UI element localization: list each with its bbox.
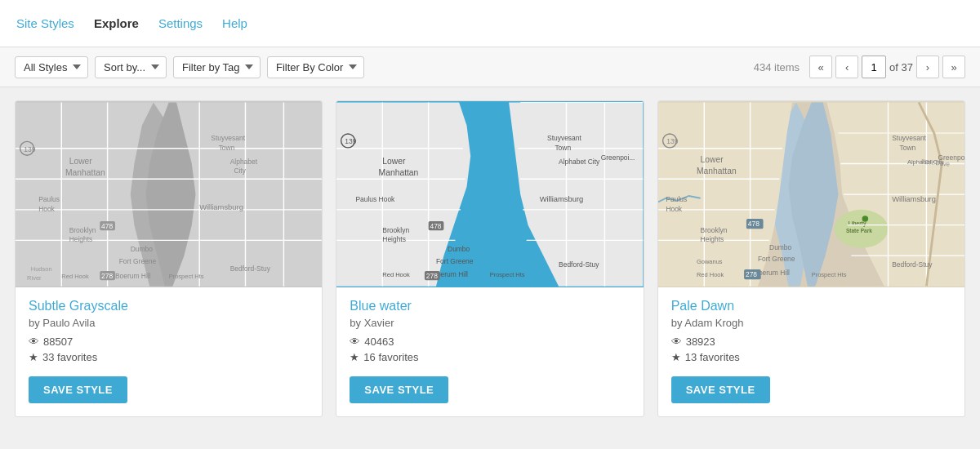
svg-text:Manhattan: Manhattan xyxy=(697,167,737,176)
svg-text:Stuyvesant: Stuyvesant xyxy=(892,134,926,142)
svg-text:Fort Greene: Fort Greene xyxy=(119,257,157,265)
nav-site-styles[interactable]: Site Styles xyxy=(16,16,74,30)
page-of-label: of 37 xyxy=(889,61,913,73)
card-2-title[interactable]: Blue water xyxy=(350,299,630,313)
svg-text:Red Hook: Red Hook xyxy=(697,271,724,278)
svg-text:Brooklyn: Brooklyn xyxy=(700,226,727,234)
svg-text:Bedford-Stuy: Bedford-Stuy xyxy=(559,260,599,269)
svg-text:Lower: Lower xyxy=(383,157,407,166)
card-2-info: Blue water by Xavier 👁 40463 ★ 16 favori… xyxy=(336,287,643,416)
prev-prev-button[interactable]: « xyxy=(809,56,832,78)
card-3-favorites: ★ 13 favorites xyxy=(671,351,951,363)
svg-text:Stuyvesant: Stuyvesant xyxy=(211,134,245,142)
svg-text:Town: Town xyxy=(555,144,572,152)
map-pale: Liberty State Park FDR xyxy=(658,101,964,287)
star-icon-3: ★ xyxy=(671,351,681,363)
save-style-button-1[interactable]: SAVE STYLE xyxy=(29,376,127,403)
card-2: Lower Manhattan Williamsburg Brooklyn He… xyxy=(336,100,644,417)
card-1-views: 👁 88507 xyxy=(29,336,309,348)
svg-text:Lower: Lower xyxy=(69,157,93,166)
svg-text:Hook: Hook xyxy=(666,205,682,213)
card-3-views: 👁 38923 xyxy=(671,336,951,348)
svg-text:Fort Greene: Fort Greene xyxy=(758,255,795,263)
card-1-favorites: ★ 33 favorites xyxy=(29,351,309,363)
svg-text:Alphabet: Alphabet xyxy=(230,158,258,166)
svg-text:Bedford-Stuy: Bedford-Stuy xyxy=(230,265,271,273)
card-3-author: by Adam Krogh xyxy=(671,317,951,329)
svg-text:Red Hook: Red Hook xyxy=(383,271,411,278)
nav-explore[interactable]: Explore xyxy=(94,16,139,30)
filter-tag-select[interactable]: Filter by Tag xyxy=(173,56,261,78)
svg-text:Dumbo: Dumbo xyxy=(769,243,792,251)
card-2-author: by Xavier xyxy=(350,317,630,329)
svg-text:Alphabet City: Alphabet City xyxy=(907,158,944,166)
svg-text:Paulus Hook: Paulus Hook xyxy=(356,195,396,203)
card-1-title[interactable]: Subtle Grayscale xyxy=(29,299,309,313)
filter-color-select[interactable]: Filter By Color xyxy=(267,56,364,78)
card-1-info: Subtle Grayscale by Paulo Avila 👁 88507 … xyxy=(16,287,322,416)
card-1-author: by Paulo Avila xyxy=(29,317,309,329)
svg-text:478: 478 xyxy=(747,220,759,229)
svg-text:278: 278 xyxy=(101,272,113,280)
card-3-title[interactable]: Pale Dawn xyxy=(671,299,951,313)
svg-text:Greenpoi...: Greenpoi... xyxy=(601,153,635,162)
svg-text:Paulus: Paulus xyxy=(666,195,687,203)
all-styles-select[interactable]: All Styles xyxy=(15,56,88,78)
svg-text:State Park: State Park xyxy=(846,228,872,233)
svg-text:Heights: Heights xyxy=(383,235,407,243)
svg-text:Manhattan: Manhattan xyxy=(379,168,419,177)
svg-text:Williamsburg: Williamsburg xyxy=(892,195,936,203)
items-count: 434 items xyxy=(754,61,800,73)
nav-settings[interactable]: Settings xyxy=(158,16,203,30)
page-number-input[interactable] xyxy=(862,56,886,78)
svg-text:Brooklyn: Brooklyn xyxy=(69,226,96,234)
map-blue: Lower Manhattan Williamsburg Brooklyn He… xyxy=(336,101,643,287)
svg-text:Boerum Hill: Boerum Hill xyxy=(115,272,151,280)
next-button[interactable]: › xyxy=(916,56,939,78)
star-icon: ★ xyxy=(29,351,38,363)
pagination: 434 items « ‹ of 37 › » xyxy=(754,56,965,78)
svg-text:Bedford-Stuy: Bedford-Stuy xyxy=(892,260,933,269)
nav-help[interactable]: Help xyxy=(222,16,247,30)
star-icon-2: ★ xyxy=(350,351,359,363)
eye-icon-2: 👁 xyxy=(350,336,360,348)
svg-text:278: 278 xyxy=(426,272,438,280)
svg-text:Manhattan: Manhattan xyxy=(65,168,105,177)
svg-text:Dumbo: Dumbo xyxy=(131,245,154,253)
save-style-button-2[interactable]: SAVE STYLE xyxy=(350,376,448,403)
svg-text:Hook: Hook xyxy=(38,205,55,213)
svg-text:Hudson: Hudson xyxy=(31,265,52,273)
svg-text:Lower: Lower xyxy=(700,155,724,164)
prev-button[interactable]: ‹ xyxy=(835,56,858,78)
card-2-views: 👁 40463 xyxy=(350,336,630,348)
svg-text:Prospect Hts: Prospect Hts xyxy=(811,271,846,278)
svg-text:Paulus: Paulus xyxy=(38,195,60,203)
svg-text:City: City xyxy=(234,167,246,175)
svg-text:Williamsburg: Williamsburg xyxy=(540,195,584,203)
svg-text:Red Hook: Red Hook xyxy=(61,273,89,280)
svg-text:139: 139 xyxy=(666,137,678,145)
svg-text:Stuyvesant: Stuyvesant xyxy=(547,134,581,142)
next-next-button[interactable]: » xyxy=(942,56,965,78)
svg-text:139: 139 xyxy=(345,137,357,145)
svg-text:Fort Greene: Fort Greene xyxy=(436,257,474,265)
top-nav: Site Styles Explore Settings Help xyxy=(0,0,980,47)
svg-text:River: River xyxy=(27,274,42,282)
svg-text:Dumbo: Dumbo xyxy=(448,245,470,253)
eye-icon: 👁 xyxy=(29,336,39,348)
svg-text:478: 478 xyxy=(430,222,442,230)
map-grayscale: Lower Manhattan Williamsburg Brooklyn He… xyxy=(16,101,322,287)
card-2-favorites: ★ 16 favorites xyxy=(350,351,630,363)
sort-by-select[interactable]: Sort by... xyxy=(95,56,167,78)
save-style-button-3[interactable]: SAVE STYLE xyxy=(671,376,770,403)
svg-text:Brooklyn: Brooklyn xyxy=(383,226,410,234)
svg-text:Alphabet City: Alphabet City xyxy=(559,158,600,166)
svg-text:Prospect Hts: Prospect Hts xyxy=(490,271,525,278)
svg-text:139: 139 xyxy=(24,145,35,153)
card-1: Lower Manhattan Williamsburg Brooklyn He… xyxy=(15,100,323,417)
svg-point-113 xyxy=(862,216,868,222)
svg-text:Heights: Heights xyxy=(69,235,93,243)
svg-text:Town: Town xyxy=(899,144,915,152)
svg-text:Prospect Hts: Prospect Hts xyxy=(169,273,204,280)
svg-text:Williamsburg: Williamsburg xyxy=(199,203,243,211)
